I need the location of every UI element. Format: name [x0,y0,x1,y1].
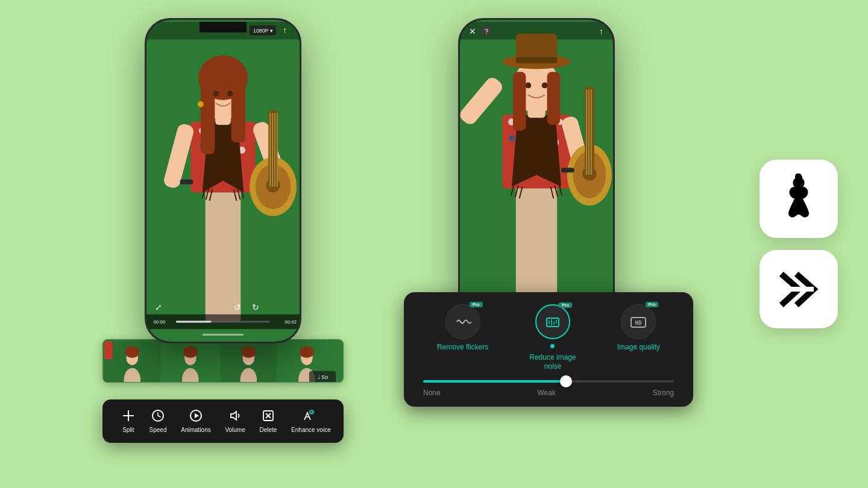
svg-rect-122 [561,168,574,173]
enhance-voice-label: Enhance voice [291,427,324,433]
pro-badge-noise: Pro [559,302,572,308]
svg-point-62 [183,346,198,358]
svg-point-65 [242,346,256,358]
svg-rect-118 [585,87,594,175]
delete-label: Delete [259,427,277,433]
volume-button[interactable]: Volume [225,409,245,433]
svg-point-41 [198,101,204,107]
svg-text:?: ? [485,27,489,35]
svg-marker-77 [231,411,236,420]
remove-flickers-option[interactable]: Pro Remove flickers [437,304,488,372]
speed-icon [151,409,165,424]
svg-rect-108 [516,57,557,63]
slider-none-label: None [423,389,441,397]
svg-rect-40 [180,180,193,184]
reduce-noise-option[interactable]: Pro Reduce image noise [526,304,580,372]
svg-point-68 [300,346,314,358]
app-badges-section [760,160,838,328]
svg-text:↺: ↺ [234,303,241,312]
svg-rect-50 [203,334,244,336]
svg-marker-76 [195,413,199,418]
svg-rect-48 [176,321,212,323]
remove-flickers-label: Remove flickers [437,343,488,352]
split-icon [122,409,135,424]
svg-point-112 [542,83,548,89]
svg-rect-2 [200,22,247,33]
svg-point-29 [227,91,233,97]
svg-rect-27 [231,78,245,142]
enhance-voice-button[interactable]: Enhance voice [291,409,324,433]
slider-weak-label: Weak [537,389,555,397]
image-quality-option[interactable]: Pro HD Image quality [617,304,660,372]
svg-text:↑: ↑ [283,26,287,35]
volume-icon [228,409,242,424]
svg-text:HD: HD [635,320,642,326]
delete-icon [262,409,275,424]
svg-rect-110 [547,72,560,125]
svg-rect-35 [268,110,278,187]
animations-label: Animations [181,427,210,433]
delete-button[interactable]: Delete [259,409,277,433]
svg-rect-6 [206,187,241,322]
svg-point-111 [525,83,531,89]
svg-text:00:00: 00:00 [154,319,166,325]
split-button[interactable]: Split [122,409,135,433]
image-quality-label: Image quality [617,343,660,352]
svg-rect-133 [547,318,559,327]
pro-badge-quality: Pro [646,302,659,307]
animations-icon [189,409,203,424]
apple-app-store-badge[interactable] [760,160,838,238]
animations-button[interactable]: Animations [181,409,210,433]
svg-text:⤢: ⤢ [155,303,162,312]
svg-text:↑: ↑ [599,27,603,36]
svg-text:00:02: 00:02 [285,319,297,325]
svg-text:✕: ✕ [469,27,476,36]
svg-text:♩ So: ♩ So [318,374,328,380]
svg-point-79 [310,410,313,414]
svg-text:1080P ▾: 1080P ▾ [253,28,273,34]
svg-rect-26 [201,78,215,154]
svg-point-59 [125,346,139,358]
reduce-noise-label: Reduce image noise [526,353,580,372]
svg-point-28 [213,91,219,97]
capcut-badge[interactable] [760,250,838,328]
split-label: Split [122,427,134,433]
pro-badge: Pro [470,302,483,307]
svg-text:↻: ↻ [252,303,259,312]
svg-rect-109 [513,72,526,131]
speed-label: Speed [149,427,167,433]
slider-strong-label: Strong [653,389,674,397]
svg-point-93 [509,136,515,142]
speed-button[interactable]: Speed [149,409,167,433]
svg-rect-57 [104,342,113,360]
slider-thumb[interactable] [560,375,572,387]
enhance-voice-icon [301,409,315,424]
volume-label: Volume [225,427,245,433]
